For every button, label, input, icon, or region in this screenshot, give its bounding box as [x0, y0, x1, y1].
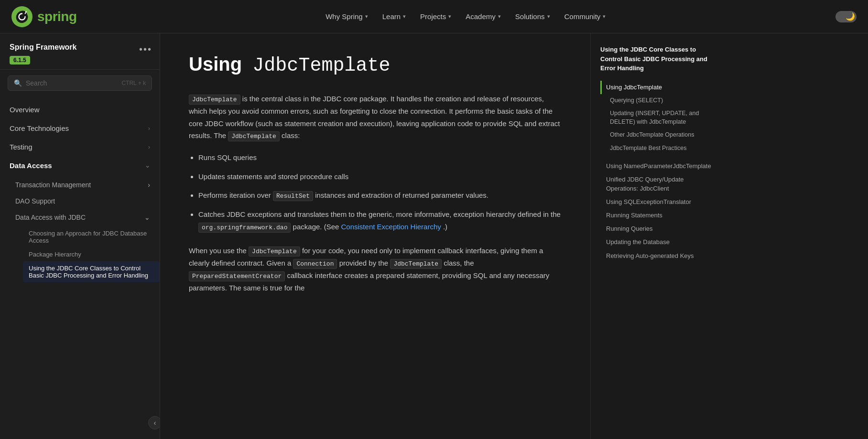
- chevron-right-icon: ›: [148, 125, 150, 132]
- chevron-down-icon: ⌄: [145, 162, 150, 169]
- nav-community[interactable]: Community ▾: [558, 9, 613, 24]
- list-item: Runs SQL queries: [198, 151, 562, 164]
- content-body: JdbcTemplate is the central class in the…: [189, 93, 562, 294]
- svg-point-0: [25, 11, 27, 12]
- toc-items: Using JdbcTemplate Querying (SELECT) Upd…: [600, 81, 715, 263]
- nav-links: Why Spring ▾ Learn ▾ Projects ▾ Academy …: [96, 9, 835, 24]
- sidebar: Spring Framework 6.1.5 ••• 🔍 Search CTRL…: [0, 33, 160, 439]
- jdbctemplate-code-1: JdbcTemplate: [189, 95, 240, 105]
- page-layout: Spring Framework 6.1.5 ••• 🔍 Search CTRL…: [0, 33, 868, 439]
- search-placeholder: Search: [26, 79, 118, 87]
- sidebar-item-overview[interactable]: Overview: [0, 100, 160, 119]
- list-item: Catches JDBC exceptions and translates t…: [198, 208, 562, 233]
- sidebar-menu-button[interactable]: •••: [139, 44, 152, 55]
- search-icon: 🔍: [14, 79, 22, 87]
- chevron-icon: ▾: [603, 13, 606, 20]
- intro-paragraph: JdbcTemplate is the central class in the…: [189, 93, 562, 142]
- page-title-code: JdbcTemplate: [252, 55, 390, 76]
- resultset-code: ResultSet: [273, 191, 313, 201]
- nav-why-spring[interactable]: Why Spring ▾: [319, 9, 375, 24]
- sidebar-sub-item-jdbc[interactable]: Data Access with JDBC ⌄: [15, 209, 160, 225]
- toc-item-running-queries[interactable]: Running Queries: [600, 222, 715, 236]
- nav-academy[interactable]: Academy ▾: [459, 9, 508, 24]
- toc-item-auto-keys[interactable]: Retrieving Auto-generated Keys: [600, 249, 715, 263]
- toc-panel: Using the JDBC Core Classes to Control B…: [590, 33, 724, 439]
- consistent-exception-link[interactable]: Consistent Exception Hierarchy: [341, 223, 441, 231]
- nav-projects[interactable]: Projects ▾: [413, 9, 458, 24]
- toc-item-named-param[interactable]: Using NamedParameterJdbcTemplate: [600, 160, 715, 173]
- nav-solutions[interactable]: Solutions ▾: [509, 9, 557, 24]
- chevron-right-icon: ›: [148, 143, 150, 150]
- chevron-right-icon: ›: [148, 181, 150, 189]
- callback-paragraph: When you use the JdbcTemplate for your c…: [189, 245, 562, 294]
- prepared-statement-code: PreparedStatementCreator: [189, 271, 285, 281]
- list-item: Updates statements and stored procedure …: [198, 171, 562, 183]
- feature-list: Runs SQL queries Updates statements and …: [198, 151, 562, 233]
- jdbctemplate-code-2: JdbcTemplate: [228, 131, 280, 141]
- version-badge: 6.1.5: [10, 56, 30, 64]
- chevron-icon: ▾: [403, 13, 406, 20]
- toc-item-running-stmts[interactable]: Running Statements: [600, 209, 715, 222]
- spring-dao-code: org.springframework.dao: [198, 223, 291, 233]
- chevron-down-icon: ⌄: [144, 214, 150, 221]
- toc-item-using-jdbctemplate[interactable]: Using JdbcTemplate: [600, 81, 715, 94]
- toc-item-updating[interactable]: Updating (INSERT, UPDATE, and DELETE) wi…: [600, 107, 715, 128]
- toc-item-other-ops[interactable]: Other JdbcTemplate Operations: [600, 128, 715, 142]
- sidebar-title: Spring Framework: [10, 43, 150, 52]
- page-title: Using JdbcTemplate: [189, 53, 562, 77]
- sidebar-header: Spring Framework 6.1.5 •••: [0, 33, 160, 70]
- jdbctemplate-code-4: JdbcTemplate: [390, 259, 442, 269]
- main-content: Using JdbcTemplate JdbcTemplate is the c…: [160, 33, 590, 439]
- sidebar-item-core-technologies[interactable]: Core Technologies ›: [0, 119, 160, 138]
- page-title-bold: Using: [189, 54, 242, 75]
- sidebar-sub-sub-package[interactable]: Package Hierarchy: [23, 247, 160, 261]
- chevron-icon: ▾: [498, 13, 501, 20]
- sidebar-sub-sub-using-jdbc-core[interactable]: Using the JDBC Core Classes to Control B…: [23, 261, 160, 282]
- chevron-icon: ▾: [448, 13, 451, 20]
- toc-item-jdbc-client[interactable]: Unified JDBC Query/Update Operations: Jd…: [600, 173, 715, 195]
- nav-right: [835, 11, 857, 22]
- search-shortcut: CTRL + k: [121, 80, 146, 86]
- sidebar-item-data-access[interactable]: Data Access ⌄: [0, 156, 160, 175]
- sidebar-sub-item-transaction[interactable]: Transaction Management ›: [15, 177, 160, 193]
- chevron-icon: ▾: [547, 13, 550, 20]
- toc-item-querying[interactable]: Querying (SELECT): [600, 94, 715, 107]
- toc-title: Using the JDBC Core Classes to Control B…: [600, 45, 715, 73]
- topnav: spring Why Spring ▾ Learn ▾ Projects ▾ A…: [0, 0, 868, 33]
- toc-item-best-practices[interactable]: JdbcTemplate Best Practices: [600, 142, 715, 155]
- jdbctemplate-code-3: JdbcTemplate: [249, 246, 300, 257]
- sidebar-collapse-button[interactable]: ‹: [148, 416, 160, 429]
- theme-toggle[interactable]: [835, 11, 857, 22]
- toc-item-updating-db[interactable]: Updating the Database: [600, 236, 715, 249]
- sidebar-items: Overview Core Technologies › Testing › D…: [0, 96, 160, 415]
- sidebar-item-testing[interactable]: Testing ›: [0, 138, 160, 156]
- spring-logo-icon: [11, 6, 33, 27]
- chevron-icon: ▾: [365, 13, 368, 20]
- search-bar[interactable]: 🔍 Search CTRL + k: [8, 75, 152, 91]
- list-item: Performs iteration over ResultSet instan…: [198, 189, 562, 202]
- logo[interactable]: spring: [11, 6, 77, 27]
- nav-learn[interactable]: Learn ▾: [376, 9, 412, 24]
- toc-item-sql-exception[interactable]: Using SQLExceptionTranslator: [600, 195, 715, 209]
- sidebar-sub-item-dao[interactable]: DAO Support: [15, 193, 160, 209]
- sidebar-sub-data-access: Transaction Management › DAO Support Dat…: [0, 175, 160, 285]
- sidebar-sub-sub-jdbc: Choosing an Approach for JDBC Database A…: [15, 225, 160, 283]
- connection-code: Connection: [293, 259, 337, 269]
- logo-text: spring: [37, 9, 77, 24]
- sidebar-sub-sub-choosing[interactable]: Choosing an Approach for JDBC Database A…: [23, 226, 160, 247]
